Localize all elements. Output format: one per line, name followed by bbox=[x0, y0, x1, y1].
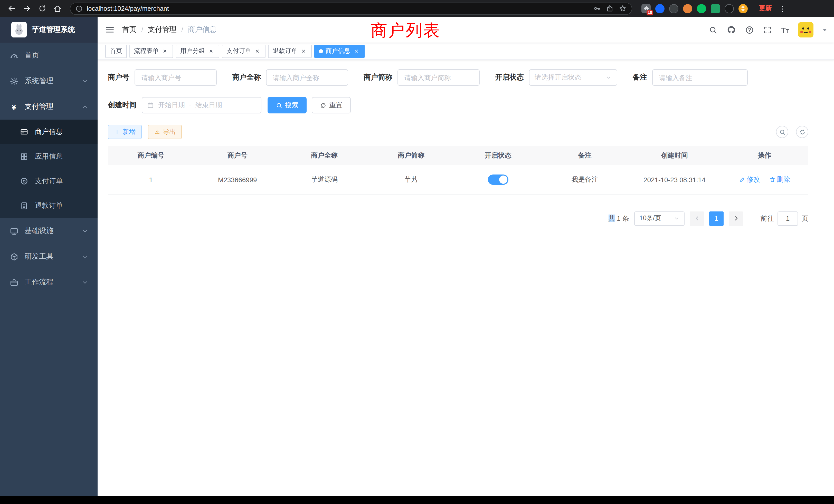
close-icon[interactable]: × bbox=[353, 47, 360, 55]
extension-paw-icon[interactable] bbox=[725, 4, 734, 13]
tab-pay-order[interactable]: 支付订单 × bbox=[222, 44, 265, 58]
status-toggle[interactable] bbox=[488, 175, 508, 185]
goto-suffix: 页 bbox=[802, 214, 808, 223]
app-navbar: 首页 / 支付管理 / 商户信息 商户列表 TT bbox=[97, 17, 834, 43]
font-size-icon[interactable]: TT bbox=[781, 26, 789, 33]
extension-avatar-icon[interactable] bbox=[683, 4, 692, 13]
merchant-no-input[interactable] bbox=[135, 69, 217, 86]
extensions-puzzle-icon[interactable]: 10 bbox=[641, 4, 651, 13]
col-merchant-id: 商户编号 bbox=[108, 146, 194, 165]
refresh-icon[interactable] bbox=[796, 126, 808, 138]
sidebar-item-label: 商户信息 bbox=[35, 127, 63, 137]
user-menu-caret-icon[interactable] bbox=[823, 28, 827, 31]
prev-page-button[interactable] bbox=[690, 211, 704, 226]
extension-notes-icon[interactable] bbox=[711, 4, 720, 13]
reset-button[interactable]: 重置 bbox=[312, 97, 351, 113]
search-icon[interactable] bbox=[708, 25, 717, 34]
col-short-name: 商户简称 bbox=[368, 146, 455, 165]
tab-refund-order[interactable]: 退款订单 × bbox=[268, 44, 312, 58]
browser-update-button[interactable]: 更新 bbox=[756, 3, 775, 14]
share-icon[interactable] bbox=[606, 5, 614, 12]
edit-link[interactable]: 修改 bbox=[739, 175, 760, 184]
tab-label: 商户信息 bbox=[326, 47, 350, 55]
sidebar-item-label: 支付订单 bbox=[35, 177, 63, 186]
close-icon[interactable]: × bbox=[207, 47, 215, 55]
url-text[interactable]: localhost:1024/pay/merchant bbox=[87, 5, 589, 12]
extension-wechat-icon[interactable] bbox=[697, 4, 706, 13]
sidebar-item-system[interactable]: 系统管理 bbox=[0, 68, 97, 94]
app-title: 芋道管理系统 bbox=[32, 25, 75, 35]
date-start-placeholder: 开始日期 bbox=[158, 100, 185, 110]
browser-forward-button[interactable] bbox=[21, 2, 33, 15]
extensions-row: 10 😊 bbox=[641, 4, 748, 13]
export-button[interactable]: 导出 bbox=[148, 125, 182, 139]
sidebar-item-infrastructure[interactable]: 基础设施 bbox=[0, 218, 97, 244]
toggle-search-icon[interactable] bbox=[776, 126, 788, 138]
create-time-range-picker[interactable]: 开始日期 - 结束日期 bbox=[142, 97, 261, 113]
short-name-input[interactable] bbox=[397, 69, 480, 86]
status-select[interactable]: 请选择开启状态 bbox=[529, 69, 617, 86]
breadcrumb-payment[interactable]: 支付管理 bbox=[148, 25, 177, 35]
sidebar-item-payment[interactable]: ¥ 支付管理 bbox=[0, 94, 97, 120]
add-button[interactable]: 新增 bbox=[108, 125, 142, 139]
chevron-down-icon bbox=[82, 78, 88, 85]
cell-status bbox=[455, 165, 541, 194]
sidebar-item-app-info[interactable]: 应用信息 bbox=[0, 144, 97, 169]
github-icon[interactable] bbox=[726, 25, 736, 35]
sidebar-item-refund-order[interactable]: 退款订单 bbox=[0, 193, 97, 218]
goto-page-input[interactable] bbox=[777, 211, 798, 226]
sidebar-item-merchant-info[interactable]: 商户信息 bbox=[0, 120, 97, 144]
address-bar[interactable]: localhost:1024/pay/merchant bbox=[70, 2, 632, 15]
user-avatar[interactable] bbox=[798, 22, 813, 38]
sidebar-item-label: 基础设施 bbox=[25, 226, 53, 235]
browser-reload-button[interactable] bbox=[36, 2, 48, 15]
cell-short-name: 芋艿 bbox=[368, 165, 455, 194]
sidebar-item-home[interactable]: 首页 bbox=[0, 43, 97, 68]
password-key-icon[interactable] bbox=[593, 5, 601, 12]
tab-user-group[interactable]: 用户分组 × bbox=[176, 44, 219, 58]
sidebar-item-pay-order[interactable]: 支付订单 bbox=[0, 169, 97, 193]
next-page-button[interactable] bbox=[729, 211, 743, 226]
page-size-value: 10条/页 bbox=[639, 214, 661, 223]
site-info-icon[interactable] bbox=[75, 5, 83, 12]
sidebar-toggle-icon[interactable] bbox=[97, 25, 122, 35]
bookmark-star-icon[interactable] bbox=[619, 5, 627, 12]
sidebar-item-label: 应用信息 bbox=[35, 152, 63, 161]
tab-home[interactable]: 首页 bbox=[105, 44, 127, 58]
fullscreen-icon[interactable] bbox=[763, 25, 772, 34]
close-icon[interactable]: × bbox=[161, 47, 169, 55]
sidebar-item-devtools[interactable]: 研发工具 bbox=[0, 244, 97, 270]
credit-card-icon bbox=[20, 127, 29, 137]
page-size-select[interactable]: 10条/页 bbox=[634, 211, 684, 226]
extension-emoji-icon[interactable]: 😊 bbox=[739, 4, 748, 13]
browser-back-button[interactable] bbox=[5, 2, 18, 15]
sidebar-item-label: 系统管理 bbox=[25, 76, 53, 86]
page-1-button[interactable]: 1 bbox=[709, 211, 724, 226]
search-button[interactable]: 搜索 bbox=[267, 97, 307, 113]
breadcrumb-home[interactable]: 首页 bbox=[122, 25, 137, 35]
sidebar-logo[interactable]: 芋道管理系统 bbox=[0, 17, 97, 43]
help-icon[interactable] bbox=[745, 25, 754, 34]
tab-label: 首页 bbox=[110, 47, 122, 55]
table-row: 1 M233666999 芋道源码 芋艿 我是备注 2021-10-23 08:… bbox=[108, 165, 808, 194]
close-icon[interactable]: × bbox=[300, 47, 307, 55]
cell-merchant-id: 1 bbox=[108, 165, 194, 194]
close-icon[interactable]: × bbox=[254, 47, 261, 55]
grid-icon bbox=[20, 152, 29, 161]
col-create-time: 创建时间 bbox=[628, 146, 721, 165]
remark-input[interactable] bbox=[652, 69, 748, 86]
tab-merchant-info[interactable]: 商户信息 × bbox=[314, 44, 365, 58]
browser-home-button[interactable] bbox=[51, 2, 64, 15]
tab-label: 流程表单 bbox=[134, 47, 159, 55]
filter-row-1: 商户号 商户全称 商户简称 开启状态 请选择开启状态 bbox=[108, 69, 808, 86]
browser-menu-icon[interactable]: ⋮ bbox=[779, 4, 786, 13]
col-merchant-no: 商户号 bbox=[194, 146, 281, 165]
tab-process-form[interactable]: 流程表单 × bbox=[129, 44, 173, 58]
extension-drop-icon[interactable] bbox=[655, 4, 664, 13]
extension-dark-icon[interactable] bbox=[669, 4, 678, 13]
document-icon bbox=[20, 201, 29, 210]
target-icon bbox=[20, 177, 29, 186]
delete-link[interactable]: 删除 bbox=[769, 175, 790, 184]
full-name-input[interactable] bbox=[266, 69, 348, 86]
sidebar-item-workflow[interactable]: 工作流程 bbox=[0, 270, 97, 295]
